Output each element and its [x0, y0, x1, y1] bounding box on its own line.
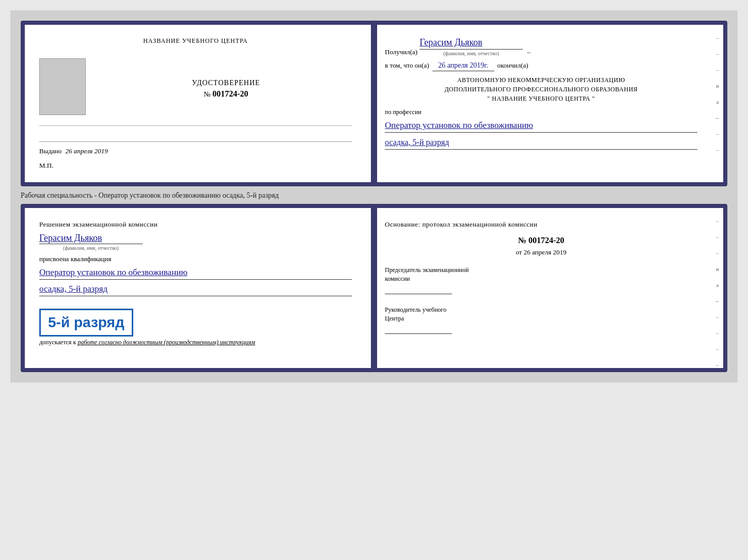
vydano-line: Выдано 26 апреля 2019	[39, 141, 352, 155]
fio-subtitle: (фамилия, имя, отчество)	[443, 51, 499, 56]
bottom-document: Решением экзаменационной комиссии Гераси…	[21, 204, 727, 372]
predsedatel-line2: комиссии	[385, 275, 697, 283]
osnovanie-title: Основание: протокол экзаменационной коми…	[385, 220, 697, 229]
protocol-num: 001724-20	[528, 236, 564, 245]
vtom-prefix: в том, что он(а)	[385, 61, 429, 70]
stamp-box: 5-й разряд	[39, 309, 133, 337]
stamp-number: 5-й разряд	[48, 314, 124, 331]
number-prefix: №	[204, 90, 210, 98]
vtom-date: 26 апреля 2019г.	[432, 61, 494, 71]
poluchil-line: Получил(а) Герасим Дьяков (фамилия, имя,…	[385, 37, 697, 56]
predsedatel-line1: Председатель экзаменационной	[385, 266, 697, 275]
po-professii-label: по профессии	[385, 108, 697, 116]
ot-date: 26 апреля 2019	[524, 248, 567, 256]
predsedatel-block: Председатель экзаменационной комиссии	[385, 266, 697, 296]
photo-placeholder	[39, 58, 86, 115]
rukov-signature-line	[385, 333, 452, 334]
separator-label: Рабочая специальность - Оператор установ…	[21, 191, 279, 199]
udost-number: № 001724-20	[100, 89, 352, 99]
udost-num-value: 001724-20	[212, 89, 248, 98]
dash: –	[527, 48, 531, 56]
protocol-number: № 001724-20	[385, 236, 697, 245]
dopuskaetsya-suffix: работе согласно должностным (производств…	[77, 339, 255, 346]
rukov-line1: Руководитель учебного	[385, 306, 697, 314]
rukov-line2: Центра	[385, 314, 697, 323]
resheniem-label: Решением экзаменационной комиссии	[39, 220, 352, 229]
org-line3: " НАЗВАНИЕ УЧЕБНОГО ЦЕНТРА "	[385, 94, 697, 103]
protocol-prefix: №	[518, 236, 526, 245]
org-name: АВТОНОМНУЮ НЕКОММЕРЧЕСКУЮ ОРГАНИЗАЦИЮ ДО…	[385, 75, 697, 103]
rukov-block: Руководитель учебного Центра	[385, 306, 697, 336]
bottom-right-side-marks: – – – и а ← – – – –	[712, 208, 723, 368]
vtom-suffix: окончил(а)	[497, 61, 528, 70]
bottom-recipient-name: Герасим Дьяков	[39, 233, 143, 244]
dopuskaetsya-prefix: допускается к	[39, 339, 76, 346]
top-left-half: НАЗВАНИЕ УЧЕБНОГО ЦЕНТРА УДОСТОВЕРЕНИЕ №…	[25, 25, 366, 182]
top-document: НАЗВАНИЕ УЧЕБНОГО ЦЕНТРА УДОСТОВЕРЕНИЕ №…	[21, 21, 727, 186]
dopuskaetsya-line: допускается к работе согласно должностны…	[39, 339, 352, 346]
ot-prefix: от	[516, 248, 522, 256]
right-side-marks: – – – и а ← – –	[712, 25, 723, 182]
recipient-name: Герасим Дьяков	[419, 37, 523, 50]
bottom-right-half: Основание: протокол экзаменационной коми…	[366, 208, 712, 368]
predsedatel-signature-line	[385, 294, 452, 294]
kvalif-line1: Оператор установок по обезвоживанию	[39, 265, 352, 280]
vydano-date: 26 апреля 2019	[66, 147, 108, 155]
profession-name: Оператор установок по обезвоживанию	[385, 118, 697, 133]
ot-date-line: от 26 апреля 2019	[385, 248, 697, 257]
udost-label: УДОСТОВЕРЕНИЕ	[100, 79, 352, 87]
poluchil-prefix: Получил(а)	[385, 48, 417, 56]
prisvoena-label: присвоена квалификация	[39, 255, 352, 263]
kvalif-line2: осадка, 5-й разряд	[39, 282, 352, 296]
vydano-label: Выдано	[39, 147, 61, 155]
school-name-top: НАЗВАНИЕ УЧЕБНОГО ЦЕНТРА	[39, 37, 352, 45]
razryad-top: осадка, 5-й разряд	[385, 136, 697, 150]
bottom-fio-subtitle: (фамилия, имя, отчество)	[63, 245, 119, 251]
top-right-half: Получил(а) Герасим Дьяков (фамилия, имя,…	[366, 25, 712, 182]
mp-label: М.П.	[39, 162, 352, 170]
org-line1: АВТОНОМНУЮ НЕКОММЕРЧЕСКУЮ ОРГАНИЗАЦИЮ	[385, 75, 697, 85]
bottom-left-half: Решением экзаменационной комиссии Гераси…	[25, 208, 366, 368]
vtom-line: в том, что он(а) 26 апреля 2019г. окончи…	[385, 61, 697, 71]
stamp-area: 5-й разряд	[39, 302, 352, 337]
org-line2: ДОПОЛНИТЕЛЬНОГО ПРОФЕССИОНАЛЬНОГО ОБРАЗО…	[385, 85, 697, 94]
fio-section: Герасим Дьяков (фамилия, имя, отчество)	[39, 233, 352, 251]
separator-text: Рабочая специальность - Оператор установ…	[21, 186, 727, 204]
